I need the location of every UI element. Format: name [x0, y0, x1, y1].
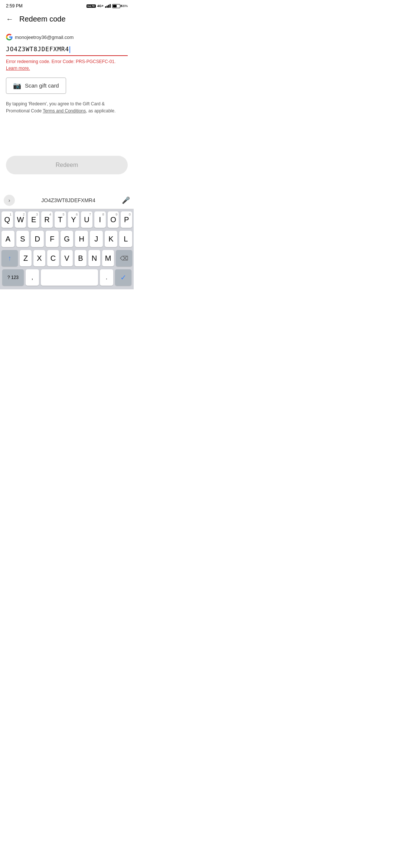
key-d[interactable]: D: [31, 231, 44, 247]
key-l[interactable]: L: [119, 231, 132, 247]
key-m[interactable]: M: [102, 250, 114, 266]
key-u[interactable]: 7U: [81, 211, 92, 228]
key-i[interactable]: 8I: [94, 211, 106, 228]
backspace-button[interactable]: ⌫: [116, 250, 132, 266]
signal-icon: [105, 4, 111, 8]
terms-suffix: , as applicable.: [86, 108, 115, 114]
status-bar: 2:59 PM VoLTE 4G+ 56%: [0, 0, 134, 10]
key-s[interactable]: S: [16, 231, 29, 247]
status-icons: VoLTE 4G+ 56%: [87, 4, 128, 8]
key-comma[interactable]: ,: [26, 269, 39, 286]
terms-link[interactable]: Terms and Conditions: [43, 108, 86, 114]
key-w[interactable]: 2W: [15, 211, 26, 228]
network-icon: 4G+: [97, 4, 104, 8]
battery-icon: 56%: [112, 4, 128, 8]
account-row: monojeetroy36@gmail.com: [6, 34, 128, 40]
key-z[interactable]: Z: [20, 250, 32, 266]
keyboard: › JO4Z3WT8JDEFXMR4 🎤 1Q 2W 3E 4R 5T 6Y 7…: [0, 192, 134, 289]
scan-button-label: Scan gift card: [25, 82, 59, 89]
key-y[interactable]: 6Y: [68, 211, 79, 228]
numbers-button[interactable]: ? 123: [2, 269, 24, 286]
learn-more-link[interactable]: Learn more.: [6, 66, 30, 71]
redeem-button[interactable]: Redeem: [6, 156, 128, 174]
code-input-value[interactable]: JO4Z3WT8JDEFXMR4: [6, 46, 69, 53]
keyboard-row-2: A S D F G H J K L: [1, 231, 132, 247]
key-f[interactable]: F: [46, 231, 59, 247]
keyboard-expand-button[interactable]: ›: [4, 195, 15, 206]
header: ← Redeem code: [0, 10, 134, 28]
account-email: monojeetroy36@gmail.com: [15, 34, 74, 40]
code-input-container: JO4Z3WT8JDEFXMR4: [6, 46, 128, 56]
keyboard-mic-button[interactable]: 🎤: [122, 196, 130, 204]
volte-icon: VoLTE: [87, 4, 96, 8]
error-text: Error redeeming code. Error Code: PRS-PG…: [6, 59, 115, 64]
redeem-button-container: Redeem: [6, 156, 128, 174]
key-v[interactable]: V: [61, 250, 73, 266]
scan-gift-card-button[interactable]: 📷 Scan gift card: [6, 78, 66, 94]
key-h[interactable]: H: [75, 231, 88, 247]
key-t[interactable]: 5T: [55, 211, 66, 228]
page-title: Redeem code: [19, 15, 66, 23]
cursor: [69, 46, 70, 53]
main-content: monojeetroy36@gmail.com JO4Z3WT8JDEFXMR4…: [0, 28, 134, 115]
key-q[interactable]: 1Q: [1, 211, 13, 228]
keyboard-row-3: ↑ Z X C V B N M ⌫: [1, 250, 132, 266]
status-time: 2:59 PM: [6, 3, 23, 9]
key-r[interactable]: 4R: [41, 211, 53, 228]
key-period[interactable]: .: [100, 269, 113, 286]
done-button[interactable]: ✓: [115, 269, 131, 286]
space-button[interactable]: [41, 269, 98, 286]
key-k[interactable]: K: [105, 231, 118, 247]
keyboard-row-4: ? 123 , . ✓: [1, 269, 132, 286]
key-o[interactable]: 9O: [108, 211, 119, 228]
key-c[interactable]: C: [47, 250, 59, 266]
terms-text: By tapping 'Redeem', you agree to the Gi…: [6, 101, 128, 115]
battery-percent: 56%: [121, 4, 128, 8]
back-button[interactable]: ←: [6, 15, 13, 23]
keyboard-suggestion[interactable]: JO4Z3WT8JDEFXMR4: [18, 197, 119, 203]
key-a[interactable]: A: [1, 231, 14, 247]
key-p[interactable]: 0P: [121, 211, 132, 228]
key-n[interactable]: N: [88, 250, 100, 266]
shift-button[interactable]: ↑: [1, 250, 18, 266]
key-e[interactable]: 3E: [28, 211, 39, 228]
keyboard-rows: 1Q 2W 3E 4R 5T 6Y 7U 8I 9O 0P A S D F G …: [0, 209, 134, 289]
keyboard-suggestion-bar: › JO4Z3WT8JDEFXMR4 🎤: [0, 192, 134, 209]
camera-icon: 📷: [13, 82, 21, 90]
key-j[interactable]: J: [90, 231, 103, 247]
keyboard-row-1: 1Q 2W 3E 4R 5T 6Y 7U 8I 9O 0P: [1, 211, 132, 228]
google-icon: [6, 34, 13, 40]
error-message: Error redeeming code. Error Code: PRS-PG…: [6, 58, 128, 72]
key-g[interactable]: G: [61, 231, 74, 247]
key-x[interactable]: X: [33, 250, 45, 266]
key-b[interactable]: B: [75, 250, 87, 266]
